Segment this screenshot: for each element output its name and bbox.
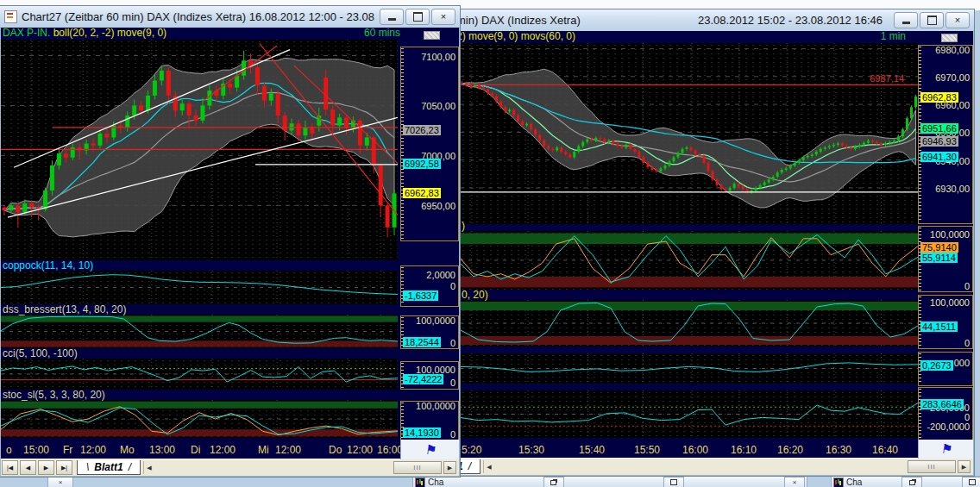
chart-client-area: DAX P-IN. boll(20, 2, -2) move(9, 0) 60 …: [1, 28, 459, 476]
window-title: min) DAX (Indizes Xetra): [456, 14, 581, 27]
scrollbar-thumb[interactable]: III: [908, 460, 956, 473]
application-workspace: min) DAX (Indizes Xetra) 23.08.2012 15:0…: [0, 0, 980, 487]
maximize-icon: [969, 479, 976, 485]
sheet-tab-bar: |◀ ◀ ▶ ▶| Blatt1 ◀ III ▶: [1, 459, 459, 476]
axis-value-badge: 18,2544: [403, 337, 441, 347]
axis-value-badge: 0,2673: [920, 360, 953, 371]
pane-indicator-label: ): [462, 221, 465, 231]
minimized-chart-window[interactable]: Cha: [831, 476, 980, 487]
time-axis-label: 15:00: [23, 444, 49, 456]
chart-header: -2) move(9, 0) movs(60, 0) 1 min: [453, 31, 973, 43]
axis-value-badge: 6962,83: [403, 188, 441, 198]
pane-splitter-handle[interactable]: [424, 31, 440, 40]
chart-client-area: -2) move(9, 0) movs(60, 0) 1 min 1 ◀ III…: [453, 31, 973, 475]
time-axis-label: Do: [329, 444, 342, 456]
maximize-button[interactable]: [663, 477, 684, 487]
symbol-label: DAX P-IN.: [1, 28, 50, 39]
sheet-tab-label: Blatt1: [94, 461, 122, 473]
window-title: Chart27 (Zeitbar 60 min) DAX (Indizes Xe…: [22, 10, 375, 23]
minimized-window-close-button[interactable]: ×: [47, 477, 73, 487]
pane-indicator-label: coppock(11, 14, 10): [3, 260, 93, 271]
plot-area: [460, 353, 918, 384]
minimized-chart-window[interactable]: Cha ×: [412, 476, 807, 487]
plot-area: [1, 400, 398, 438]
tab-scroll-left-icon[interactable]: ◀: [143, 461, 154, 474]
pane-indicator-label: dss_bressert(13, 4, 80, 20): [3, 304, 126, 315]
price-axis: 100,000018,25440: [400, 315, 459, 349]
scrollbar-thumb[interactable]: III: [393, 461, 442, 474]
prev-sheet-icon[interactable]: ◀: [20, 460, 36, 475]
pane-indicator-label: 0, 20): [462, 290, 488, 300]
time-axis-label: 12:00: [275, 444, 301, 456]
price-axis: 100,0000-72,42220: [400, 361, 459, 390]
axis-tick-label: 100,0000: [930, 229, 970, 240]
axis-value-badge: 6946,93: [920, 136, 958, 147]
close-button[interactable]: ×: [945, 12, 970, 28]
time-axis-label: 12:00: [210, 444, 236, 456]
window-title-dates: 23.08.2012 15:02 - 23.08.2012 16:46: [698, 14, 883, 27]
next-sheet-icon[interactable]: ▶: [38, 460, 54, 475]
chart-window-icon: [415, 478, 425, 487]
close-button[interactable]: ×: [431, 9, 455, 25]
time-axis-label: 16:30: [826, 444, 851, 456]
axis-value-badge: 6941,30: [920, 152, 958, 162]
restore-icon: [550, 480, 556, 485]
time-axis-label: 15:50: [634, 444, 660, 456]
axis-tick-label: 2,0000: [426, 270, 455, 280]
time-axis-label: 16:10: [731, 444, 757, 456]
axis-tick-label: 7100,00: [421, 52, 455, 62]
axis-tick-label: 0: [450, 378, 455, 388]
time-axis: 5:2015:3015:4015:5016:0016:1016:2016:301…: [460, 440, 918, 459]
note-flag-icon[interactable]: ⚑: [424, 442, 438, 458]
first-sheet-icon[interactable]: |◀: [2, 460, 18, 475]
time-axis-label: Mo: [120, 444, 135, 456]
timeframe-label: 60 mins: [364, 28, 400, 39]
plot-area: [460, 43, 918, 224]
axis-value-badge: 6992,58: [403, 159, 441, 169]
plot-area: [460, 231, 918, 290]
time-axis-label: 16:00: [682, 444, 708, 456]
maximize-button[interactable]: [962, 477, 980, 487]
price-axis: 0000,2673: [918, 352, 973, 386]
close-button[interactable]: ×: [784, 477, 805, 487]
time-axis-label: 16:40: [872, 444, 898, 456]
scroll-right-icon[interactable]: ▶: [958, 460, 971, 473]
axis-corner: ⚑: [400, 440, 459, 459]
time-axis-label: Di: [191, 444, 200, 456]
time-axis-label: 16:20: [777, 444, 803, 456]
restore-button[interactable]: [901, 477, 922, 487]
minimize-button[interactable]: [380, 9, 404, 25]
time-axis-label: Mi: [258, 444, 269, 456]
price-axis: 100,000075,914055,91140: [918, 226, 973, 292]
time-axis-label: o: [6, 444, 12, 456]
horizontal-scrollbar[interactable]: III ▶: [393, 461, 459, 474]
last-sheet-icon[interactable]: ▶|: [56, 460, 72, 475]
restore-button[interactable]: [543, 477, 564, 487]
maximize-icon: [927, 16, 937, 25]
window-titlebar[interactable]: min) DAX (Indizes Xetra) 23.08.2012 15:0…: [452, 9, 974, 30]
maximize-button[interactable]: [405, 9, 430, 25]
sheet-tab[interactable]: Blatt1: [77, 460, 141, 475]
indicator-settings-label: boll(20, 2, -2) move(9, 0): [53, 28, 166, 39]
price-axis: 100,000014,19300: [400, 401, 459, 440]
axis-value-badge: 6962,83: [920, 92, 958, 103]
note-flag-icon[interactable]: ⚑: [940, 441, 954, 457]
pane-splitter-handle[interactable]: [941, 34, 958, 42]
time-axis-label: 13:00: [149, 444, 175, 456]
price-axis: 6980,006970,006960,006950,006940,006930,…: [918, 45, 973, 224]
horizontal-scrollbar[interactable]: III ▶: [908, 460, 973, 473]
axis-tick-label: 6970,00: [935, 72, 970, 83]
axis-tick-label: 0: [964, 281, 970, 291]
chart-window-left: Chart27 (Zeitbar 60 min) DAX (Indizes Xe…: [0, 5, 461, 478]
window-titlebar[interactable]: Chart27 (Zeitbar 60 min) DAX (Indizes Xe…: [0, 6, 460, 27]
minimize-icon: [902, 22, 910, 24]
axis-value-badge: 44,1511: [920, 322, 958, 332]
sheet-tab-bar: 1 ◀ III ▶: [453, 458, 973, 475]
tab-scroll-left-icon[interactable]: ◀: [483, 460, 494, 473]
axis-tick-label: 0: [964, 338, 970, 348]
axis-corner: ⚑: [918, 440, 973, 459]
chart-window-right: min) DAX (Indizes Xetra) 23.08.2012 15:0…: [451, 9, 975, 477]
minimize-button[interactable]: [894, 12, 918, 28]
maximize-button[interactable]: [920, 12, 944, 28]
scroll-right-icon[interactable]: ▶: [443, 461, 456, 474]
